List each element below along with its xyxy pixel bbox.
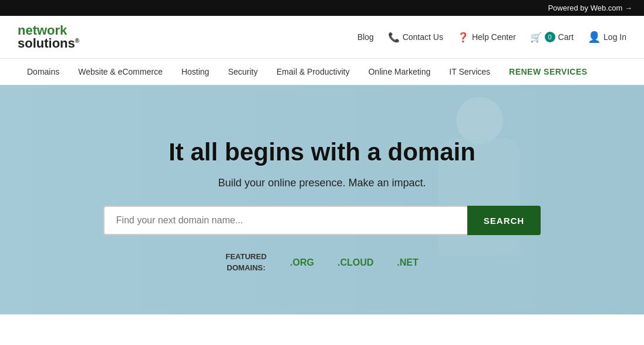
domain-net[interactable]: .NET <box>397 257 418 268</box>
logo-solutions: solutions® <box>18 37 79 50</box>
header-nav: Blog 📞 Contact Us ❓ Help Center 🛒 0 Cart… <box>358 31 626 43</box>
domain-cloud[interactable]: .CLOUD <box>338 257 373 268</box>
logo[interactable]: network solutions® <box>18 24 79 50</box>
nav-hosting[interactable]: Hosting <box>172 59 218 85</box>
hero-subtitle: Build your online presence. Make an impa… <box>12 177 632 189</box>
domain-search-input[interactable] <box>103 206 467 235</box>
nav-renew-services[interactable]: RENEW SERVICES <box>500 59 597 85</box>
nav-online-marketing[interactable]: Online Marketing <box>359 59 440 85</box>
cart-icon: 🛒 <box>530 32 542 43</box>
header: network solutions® Blog 📞 Contact Us ❓ H… <box>0 16 644 59</box>
nav-email-productivity[interactable]: Email & Productivity <box>267 59 359 85</box>
nav-website-ecommerce[interactable]: Website & eCommerce <box>69 59 172 85</box>
nav-security[interactable]: Security <box>218 59 267 85</box>
hero-section: It all begins with a domain Build your o… <box>0 85 644 314</box>
contact-link[interactable]: 📞 Contact Us <box>388 32 443 43</box>
cart-link[interactable]: 🛒 0 Cart <box>530 32 574 43</box>
phone-icon: 📞 <box>388 32 400 43</box>
featured-domains-label: FEATUREDDOMAINS: <box>225 252 267 273</box>
login-link[interactable]: 👤 Log In <box>588 31 626 43</box>
featured-domains: FEATUREDDOMAINS: .ORG .CLOUD .NET <box>12 252 632 273</box>
domain-search-bar: SEARCH <box>12 206 632 235</box>
hero-content: It all begins with a domain Build your o… <box>0 115 644 284</box>
help-icon: ❓ <box>457 32 469 43</box>
nav-domains[interactable]: Domains <box>18 59 69 85</box>
nav-it-services[interactable]: IT Services <box>440 59 500 85</box>
cart-count-badge: 0 <box>545 32 555 42</box>
hero-title: It all begins with a domain <box>12 138 632 166</box>
blog-link[interactable]: Blog <box>358 32 374 42</box>
search-button[interactable]: SEARCH <box>467 206 541 235</box>
powered-by-link[interactable]: Powered by Web.com → <box>548 4 632 12</box>
help-link[interactable]: ❓ Help Center <box>457 32 516 43</box>
domain-org[interactable]: .ORG <box>290 257 314 268</box>
nav-bar: Domains Website & eCommerce Hosting Secu… <box>0 59 644 85</box>
logo-network: network <box>18 24 79 37</box>
user-icon: 👤 <box>588 31 601 43</box>
top-bar: Powered by Web.com → <box>0 0 644 16</box>
